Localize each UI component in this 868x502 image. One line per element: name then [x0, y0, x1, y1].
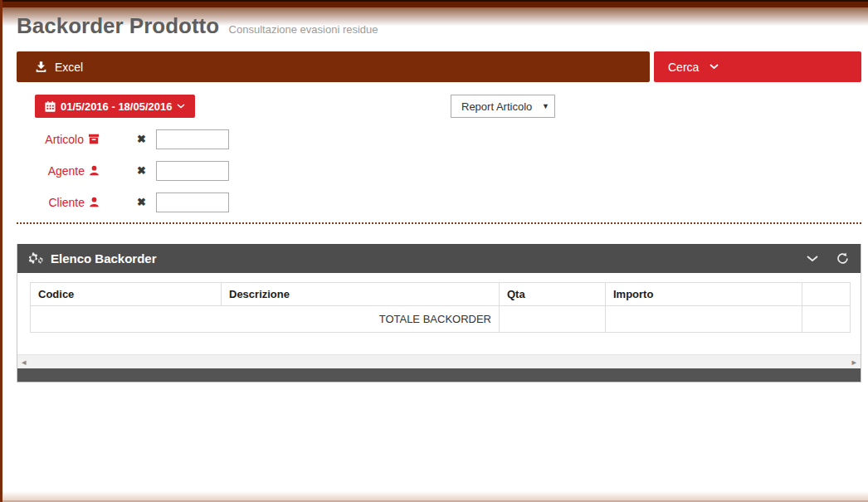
total-qta-cell: [500, 306, 606, 333]
date-range-label: 01/5/2016 - 18/05/2016: [61, 100, 172, 113]
excel-export-button[interactable]: Excel: [17, 51, 650, 82]
chevron-down-icon: [177, 104, 185, 109]
panel-title: Elenco Backorder: [51, 251, 157, 266]
column-header-importo[interactable]: Importo: [606, 283, 802, 306]
panel-body: Codice Descrizione Qta Importo TOTALE BA…: [17, 273, 861, 354]
filter-row-articolo: Articolo ✖: [17, 129, 861, 149]
panel-collapse-button[interactable]: [807, 256, 818, 262]
archive-icon: [88, 134, 100, 144]
top-accent-bar: [0, 0, 868, 7]
backorder-table: Codice Descrizione Qta Importo TOTALE BA…: [30, 282, 851, 333]
chevron-down-icon: [710, 64, 719, 70]
user-icon: [89, 197, 100, 207]
excel-button-label: Excel: [55, 61, 83, 74]
content-area: Backorder Prodotto Consultazione evasion…: [2, 0, 868, 383]
panel-header: Elenco Backorder: [17, 244, 861, 273]
articolo-label: Articolo: [17, 133, 100, 146]
refresh-icon: [836, 252, 849, 265]
chevron-down-icon: [807, 256, 818, 262]
cliente-label: Cliente: [17, 196, 100, 209]
page-header: Backorder Prodotto Consultazione evasion…: [17, 13, 861, 39]
date-filter-row: 01/5/2016 - 18/05/2016 Report Articolo ▼: [17, 95, 861, 118]
agente-label: Agente: [17, 164, 100, 178]
calendar-icon: [45, 101, 56, 112]
filter-section: 01/5/2016 - 18/05/2016 Report Articolo ▼…: [17, 95, 861, 224]
table-empty-space: [30, 333, 852, 354]
column-header-descrizione[interactable]: Descrizione: [222, 283, 500, 306]
scroll-left-arrow-icon[interactable]: ◂: [22, 358, 27, 367]
table-header-row: Codice Descrizione Qta Importo: [31, 283, 851, 306]
cliente-input[interactable]: [156, 193, 229, 212]
dotted-separator: [17, 222, 861, 224]
filter-row-agente: Agente ✖: [17, 160, 861, 181]
total-importo-cell: [606, 306, 802, 333]
filter-row-cliente: Cliente ✖: [17, 192, 861, 212]
agente-clear-button[interactable]: ✖: [137, 165, 146, 176]
column-header-qta[interactable]: Qta: [500, 283, 606, 306]
panel-footer-bar: [17, 368, 861, 382]
download-icon: [35, 61, 47, 73]
cerca-button-label: Cerca: [668, 61, 699, 74]
cogs-icon: [27, 252, 44, 265]
agente-input[interactable]: [156, 161, 229, 181]
user-icon: [89, 165, 100, 176]
page-title: Backorder Prodotto: [17, 13, 219, 38]
articolo-input[interactable]: [156, 129, 229, 149]
total-label-cell: TOTALE BACKORDER: [31, 306, 500, 333]
backorder-panel: Elenco Backorder: [17, 244, 861, 383]
column-header-codice[interactable]: Codice: [31, 283, 222, 306]
total-extra-cell: [802, 306, 851, 333]
date-range-button[interactable]: 01/5/2016 - 18/05/2016: [35, 95, 195, 118]
column-header-extra: [802, 283, 851, 306]
cliente-clear-button[interactable]: ✖: [137, 197, 146, 207]
total-row: TOTALE BACKORDER: [31, 306, 851, 333]
horizontal-scrollbar[interactable]: ◂ ▸: [17, 354, 861, 368]
toolbar: Excel Cerca: [17, 51, 861, 82]
report-type-select[interactable]: Report Articolo: [451, 95, 555, 118]
page-subtitle: Consultazione evasioni residue: [229, 23, 378, 36]
scroll-right-arrow-icon[interactable]: ▸: [851, 358, 856, 367]
articolo-clear-button[interactable]: ✖: [137, 134, 146, 144]
page: Backorder Prodotto Consultazione evasion…: [0, 0, 868, 502]
cerca-search-button[interactable]: Cerca: [654, 51, 861, 82]
panel-refresh-button[interactable]: [836, 252, 849, 265]
bottom-gradient: [0, 491, 868, 502]
